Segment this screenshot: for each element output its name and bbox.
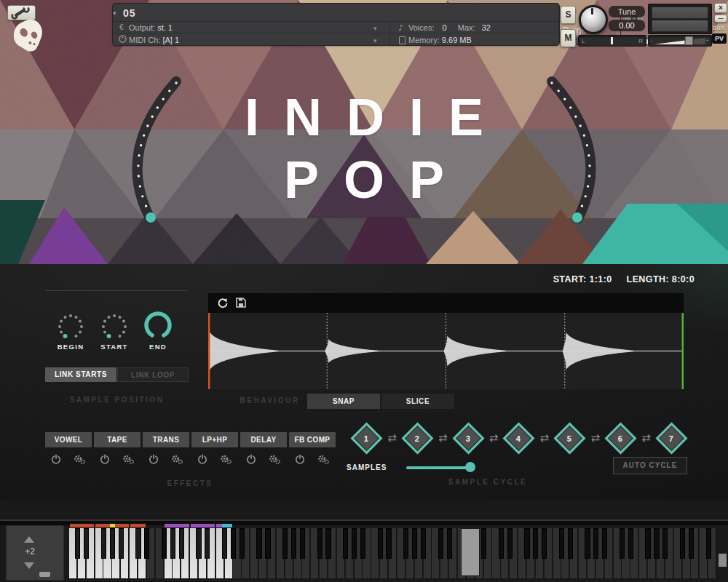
- gear-icon[interactable]: [122, 454, 135, 465]
- octave-up-arrow[interactable]: [24, 536, 34, 543]
- black-key[interactable]: [75, 528, 80, 559]
- loop-start-marker[interactable]: [208, 313, 210, 389]
- black-key[interactable]: [135, 528, 141, 559]
- wrench-button[interactable]: [7, 5, 36, 20]
- black-key[interactable]: [325, 528, 331, 559]
- samples-slider-track[interactable]: [406, 466, 472, 469]
- swap-arrows-icon[interactable]: ⇄: [387, 431, 397, 445]
- black-key[interactable]: [438, 528, 443, 559]
- black-key[interactable]: [524, 528, 529, 559]
- pan-slider-handle[interactable]: [611, 37, 613, 44]
- black-key[interactable]: [378, 528, 383, 559]
- black-key[interactable]: [84, 528, 89, 559]
- black-key[interactable]: [654, 528, 659, 559]
- black-key[interactable]: [499, 528, 504, 559]
- swap-arrows-icon[interactable]: ⇄: [540, 431, 550, 445]
- power-icon[interactable]: [51, 454, 61, 464]
- black-key[interactable]: [162, 528, 167, 559]
- power-icon[interactable]: [295, 454, 305, 464]
- sample-slot-1[interactable]: 1: [351, 422, 383, 454]
- black-key[interactable]: [170, 528, 175, 559]
- black-key[interactable]: [568, 528, 573, 559]
- sample-slot-5[interactable]: 5: [554, 422, 586, 454]
- black-key[interactable]: [256, 528, 261, 559]
- pv-button[interactable]: PV: [712, 33, 727, 44]
- black-key[interactable]: [231, 528, 236, 559]
- close-button[interactable]: ×: [714, 3, 727, 13]
- link-loop-toggle[interactable]: LINK LOOP: [117, 367, 189, 382]
- black-key[interactable]: [533, 528, 538, 559]
- output-dropdown-caret[interactable]: ▾: [373, 25, 377, 32]
- waveform-display[interactable]: [208, 313, 684, 389]
- gear-icon[interactable]: [219, 454, 232, 465]
- solo-button[interactable]: S: [561, 6, 576, 24]
- black-key[interactable]: [352, 528, 357, 559]
- sample-slot-3[interactable]: 3: [452, 422, 484, 454]
- black-key[interactable]: [205, 528, 210, 559]
- gear-icon[interactable]: [268, 454, 281, 465]
- mapped-plain-keys[interactable]: [461, 528, 480, 576]
- black-key[interactable]: [585, 528, 590, 559]
- black-key[interactable]: [101, 528, 106, 559]
- midi-channel-selector[interactable]: MIDI Ch: [A] 1: [129, 36, 179, 44]
- black-key[interactable]: [620, 528, 625, 559]
- sample-slot-4[interactable]: 4: [503, 422, 535, 454]
- black-key[interactable]: [421, 528, 426, 559]
- power-icon[interactable]: [100, 454, 110, 464]
- preset-name[interactable]: ▾ 05: [123, 7, 136, 19]
- fx-tab-vowel[interactable]: VOWEL: [45, 432, 92, 447]
- black-key[interactable]: [403, 528, 408, 559]
- mute-button[interactable]: M: [561, 29, 576, 47]
- tune-knob[interactable]: [579, 5, 608, 34]
- begin-knob[interactable]: [55, 311, 87, 343]
- octave-down-arrow[interactable]: [24, 562, 34, 569]
- black-key[interactable]: [645, 528, 650, 559]
- swap-arrows-icon[interactable]: ⇄: [641, 431, 651, 445]
- black-key[interactable]: [542, 528, 547, 559]
- reload-icon[interactable]: [217, 298, 229, 309]
- power-icon[interactable]: [246, 454, 256, 464]
- black-key[interactable]: [559, 528, 564, 559]
- black-key[interactable]: [343, 528, 348, 559]
- black-key[interactable]: [481, 528, 486, 559]
- black-key[interactable]: [360, 528, 365, 559]
- black-key[interactable]: [680, 528, 685, 559]
- black-key[interactable]: [222, 528, 227, 559]
- loop-end-marker[interactable]: [682, 313, 684, 389]
- fx-tab-fb-comp[interactable]: FB COMP: [289, 432, 336, 447]
- volume-slider[interactable]: - +: [648, 35, 712, 47]
- black-key[interactable]: [110, 528, 115, 559]
- black-key[interactable]: [412, 528, 417, 559]
- black-key[interactable]: [196, 528, 201, 559]
- aux-button[interactable]: aux: [713, 24, 724, 31]
- black-key[interactable]: [291, 528, 296, 559]
- samples-slider-handle[interactable]: [465, 462, 475, 472]
- start-knob[interactable]: [98, 311, 130, 343]
- output-selector[interactable]: Output: st. 1: [129, 23, 173, 32]
- black-key[interactable]: [265, 528, 270, 559]
- black-key[interactable]: [119, 528, 124, 559]
- power-icon[interactable]: [149, 454, 159, 464]
- black-key[interactable]: [706, 528, 711, 559]
- fx-tab-lp-hp[interactable]: LP+HP: [191, 432, 238, 447]
- black-key[interactable]: [179, 528, 184, 559]
- link-starts-toggle[interactable]: LINK STARTS: [45, 367, 116, 382]
- sample-slot-6[interactable]: 6: [605, 422, 637, 454]
- fx-tab-trans[interactable]: TRANS: [143, 432, 189, 447]
- gear-icon[interactable]: [170, 454, 183, 465]
- snap-button[interactable]: SNAP: [307, 394, 380, 409]
- sample-slot-7[interactable]: 7: [656, 422, 688, 454]
- minimize-button[interactable]: —: [714, 15, 727, 23]
- save-icon[interactable]: [236, 298, 246, 308]
- fx-tab-tape[interactable]: TAPE: [94, 432, 141, 447]
- black-key[interactable]: [662, 528, 668, 559]
- swap-arrows-icon[interactable]: ⇄: [489, 431, 499, 445]
- pan-slider[interactable]: L R: [578, 35, 646, 47]
- black-key[interactable]: [602, 528, 607, 559]
- end-knob[interactable]: [142, 309, 174, 341]
- black-key[interactable]: [386, 528, 391, 559]
- black-key[interactable]: [689, 528, 694, 559]
- black-key[interactable]: [447, 528, 452, 559]
- swap-arrows-icon[interactable]: ⇄: [590, 431, 600, 445]
- piano-keyboard[interactable]: [69, 524, 717, 578]
